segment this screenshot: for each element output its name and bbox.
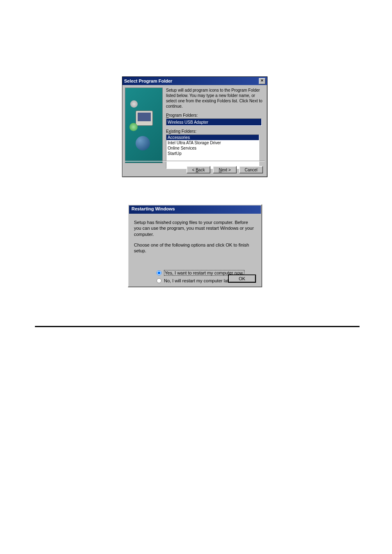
list-item[interactable]: Intel Ultra ATA Storage Driver — [166, 140, 259, 145]
dialog-title: Select Program Folder — [124, 78, 172, 83]
close-icon[interactable]: ✕ — [259, 78, 265, 84]
titlebar: Select Program Folder ✕ — [122, 77, 267, 85]
titlebar: Restarting Windows — [129, 205, 261, 214]
dialog-content: Setup will add program icons to the Prog… — [166, 88, 265, 169]
select-program-folder-dialog: Select Program Folder ✕ Setup will add p… — [122, 76, 267, 177]
divider — [125, 161, 265, 162]
restarting-windows-dialog: Restarting Windows Setup has finished co… — [128, 204, 262, 287]
existing-folders-label: Existing Folders: — [166, 129, 265, 134]
existing-folders-listbox[interactable]: Accessories Intel Ultra ATA Storage Driv… — [166, 134, 259, 169]
radio-yes[interactable] — [157, 270, 161, 275]
radio-no-label: No, I will restart my computer later. — [164, 278, 233, 283]
installshield-graphic — [125, 88, 163, 163]
program-folders-input[interactable] — [166, 118, 262, 126]
next-button[interactable]: Next > — [213, 166, 237, 173]
list-item[interactable]: Online Services — [166, 145, 259, 151]
program-folders-label: Program Folders: — [166, 113, 265, 118]
intro-text: Setup will add program icons to the Prog… — [166, 88, 265, 109]
ok-button[interactable]: OK — [228, 275, 256, 283]
back-button[interactable]: < Back — [187, 166, 210, 173]
paragraph-1: Setup has finished copying files to your… — [134, 219, 256, 237]
button-row: < Back Next > Cancel — [187, 166, 263, 173]
ok-button-wrap: OK — [228, 275, 256, 283]
list-item[interactable]: StartUp — [166, 151, 259, 156]
paragraph-2: Choose one of the following options and … — [134, 242, 256, 254]
cancel-button[interactable]: Cancel — [239, 166, 263, 173]
dialog-body: Setup will add program icons to the Prog… — [122, 85, 267, 171]
dialog-title: Restarting Windows — [131, 206, 175, 211]
list-item[interactable]: Accessories — [166, 135, 259, 140]
page-divider — [35, 326, 360, 327]
radio-no[interactable] — [157, 278, 161, 283]
